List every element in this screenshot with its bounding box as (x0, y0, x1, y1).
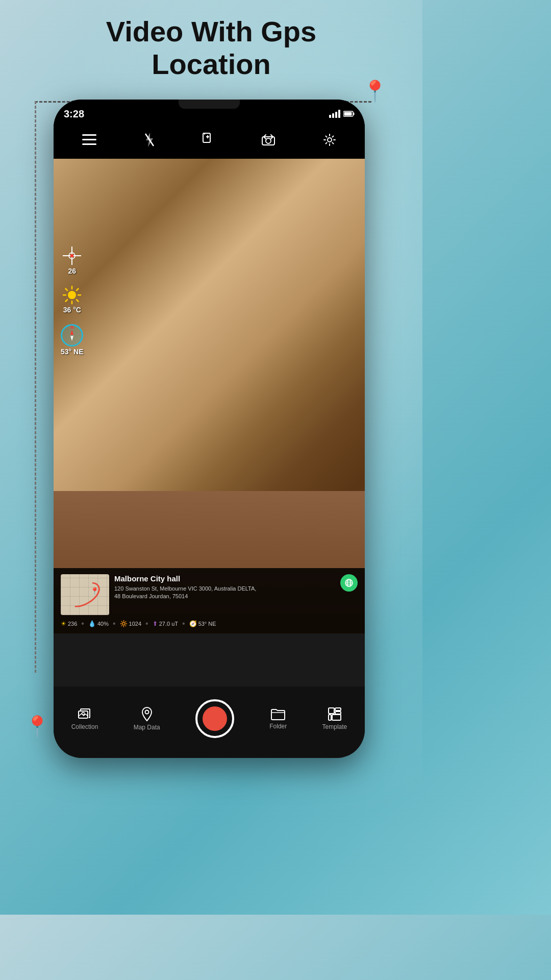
signal-bar-3 (335, 112, 337, 118)
dashed-line-left (35, 101, 36, 673)
signal-bars (329, 110, 340, 118)
svg-rect-1 (354, 113, 355, 115)
svg-rect-8 (203, 133, 210, 142)
svg-point-36 (145, 710, 148, 714)
stat-compass-bottom: 🧭 53° NE (189, 620, 216, 627)
svg-line-26 (66, 300, 68, 302)
status-time: 3:28 (64, 108, 84, 120)
sun-icon (62, 285, 82, 305)
info-stats: ☀ 236 • 💧 40% • 🔆 1024 • ⬆ 27.0 uT (61, 619, 358, 628)
camera-flip-button[interactable] (257, 130, 280, 153)
nav-folder-label: Folder (269, 723, 287, 730)
collection-icon (78, 707, 92, 721)
record-button[interactable] (195, 699, 234, 738)
crosshair-icon (62, 246, 82, 266)
svg-rect-39 (335, 708, 341, 710)
nav-folder[interactable]: Folder (265, 703, 291, 734)
compass-widget: N (61, 324, 83, 347)
phone-notch (179, 100, 240, 109)
temperature-indicator: 36 °C (61, 285, 84, 314)
svg-rect-40 (335, 712, 341, 714)
stat-sun: ☀ 236 (61, 620, 77, 627)
svg-point-13 (328, 138, 332, 142)
map-thumbnail[interactable]: 📍 (61, 574, 109, 615)
signal-bar-4 (338, 110, 340, 118)
battery-icon (343, 111, 355, 117)
svg-rect-2 (344, 112, 352, 116)
nav-collection-label: Collection (71, 723, 98, 730)
compass-indicator: N 53° NE (61, 324, 84, 356)
svg-marker-28 (70, 335, 73, 341)
menu-button[interactable] (78, 130, 101, 153)
stat-uv: 🔆 1024 (120, 620, 141, 627)
location-info: Malborne City hall 120 Swanston St, Melb… (114, 574, 335, 601)
nav-collection[interactable]: Collection (67, 703, 103, 734)
bottom-navigation: Collection Map Data Folder (54, 687, 365, 758)
stat-magnetic: ⬆ 27.0 uT (153, 620, 178, 627)
svg-rect-42 (332, 715, 341, 720)
record-button-inner (203, 706, 227, 731)
stat-humidity: 💧 40% (88, 620, 109, 627)
map-data-icon (140, 706, 154, 722)
svg-point-18 (68, 291, 76, 299)
camera-viewfinder[interactable]: 26 36 °C N (54, 159, 365, 633)
nav-map-data-label: Map Data (134, 724, 160, 731)
svg-line-24 (77, 300, 79, 302)
settings-button[interactable] (319, 129, 340, 154)
nav-map-data[interactable]: Map Data (130, 702, 164, 735)
gps-pin-top-icon: 📍 (362, 79, 388, 103)
location-name: Malborne City hall (114, 574, 335, 583)
phone-frame: 3:28 (54, 100, 365, 758)
signal-bar-2 (332, 113, 334, 118)
svg-rect-5 (82, 143, 96, 145)
gps-pin-bottom-icon: 📍 (24, 715, 50, 739)
status-icons (329, 110, 355, 118)
nav-template-label: Template (322, 723, 347, 730)
info-panel: 📍 Malborne City hall 120 Swanston St, Me… (54, 568, 365, 633)
template-icon (328, 707, 342, 721)
page-title: Video With Gps Location (0, 15, 422, 81)
svg-line-25 (77, 289, 79, 291)
svg-rect-38 (329, 708, 334, 714)
nav-record[interactable] (191, 695, 238, 742)
globe-icon[interactable] (340, 574, 358, 592)
svg-rect-4 (82, 139, 96, 140)
signal-bar-1 (329, 115, 331, 118)
page-title-section: Video With Gps Location (0, 15, 422, 81)
flash-button[interactable] (140, 129, 159, 154)
crosshair-indicator: 26 (61, 246, 84, 275)
svg-rect-3 (82, 134, 96, 136)
crosshair-value: 26 (68, 267, 76, 275)
overlay-indicators: 26 36 °C N (61, 246, 84, 356)
add-file-button[interactable] (198, 129, 218, 154)
temperature-value: 36 °C (63, 306, 81, 314)
svg-rect-41 (329, 715, 331, 720)
svg-marker-27 (70, 330, 73, 335)
nav-template[interactable]: Template (318, 703, 352, 734)
app-toolbar (54, 124, 365, 159)
svg-point-12 (266, 138, 271, 143)
svg-line-23 (66, 289, 68, 291)
compass-value: 53° NE (61, 348, 84, 356)
folder-icon (270, 707, 286, 721)
svg-point-17 (70, 254, 73, 257)
location-address: 120 Swanston St, Melbourne VIC 3000, Aus… (114, 585, 335, 601)
